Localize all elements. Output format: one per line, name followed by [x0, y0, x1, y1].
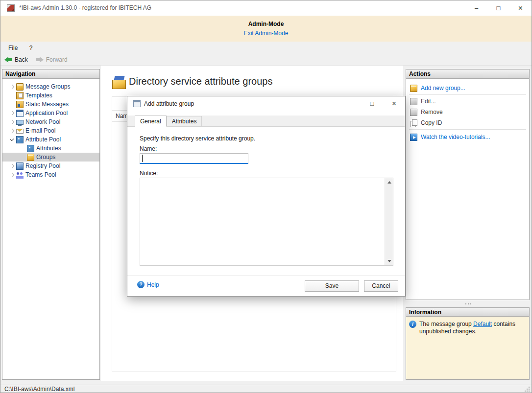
dialog-minimize-icon[interactable]: –	[339, 96, 361, 111]
chevron-spacer	[8, 92, 16, 99]
nav-item-label: Teams Pool	[25, 171, 56, 178]
tab-general[interactable]: General	[135, 116, 167, 127]
scrollbar[interactable]	[385, 178, 393, 265]
nav-item-label: E-mail Pool	[25, 127, 55, 134]
dialog-title-bar: Add attribute group – □ ×	[127, 96, 405, 111]
nav-item-attributes[interactable]: Attributes	[2, 144, 99, 153]
network-pool-icon	[16, 120, 24, 125]
nav-item-label: Attributes	[36, 145, 61, 152]
chevron-down-icon[interactable]	[8, 136, 16, 143]
nav-item-application-pool[interactable]: Application Pool	[2, 109, 99, 117]
scroll-down-icon[interactable]	[385, 257, 393, 265]
dialog-close-icon[interactable]: ×	[383, 96, 405, 111]
nav-item-label: Static Messages	[25, 101, 69, 108]
information-panel-header: Information	[406, 307, 530, 317]
title-bar: *IBI-aws Admin 1.30.0 - registered for I…	[0, 0, 532, 16]
resize-grip-icon[interactable]	[524, 386, 530, 392]
copy-id-action[interactable]: Copy ID	[406, 117, 529, 128]
app-window: *IBI-aws Admin 1.30.0 - registered for I…	[0, 0, 532, 393]
teams-pool-icon	[16, 171, 24, 179]
email-pool-icon	[16, 129, 24, 134]
edit-icon	[410, 98, 417, 105]
nav-item-templates[interactable]: Templates	[2, 91, 99, 100]
attribute-pool-icon	[16, 136, 24, 143]
chevron-right-icon[interactable]	[8, 127, 16, 135]
message-groups-icon	[16, 83, 24, 91]
remove-action[interactable]: Remove	[406, 107, 529, 117]
chevron-right-icon[interactable]	[8, 162, 16, 170]
attributes-icon	[27, 145, 34, 152]
save-button[interactable]: Save	[305, 280, 359, 292]
exit-admin-mode-link[interactable]: Exit Admin-Mode	[0, 30, 532, 37]
nav-item-label: Templates	[25, 92, 52, 99]
dialog-maximize-icon[interactable]: □	[361, 96, 383, 111]
information-panel: The message group Default contains unpub…	[406, 317, 530, 380]
nav-item-label: Registry Pool	[25, 162, 60, 169]
nav-item-label: Network Pool	[25, 118, 60, 125]
dialog-tabs: General Attributes	[127, 116, 405, 127]
actions-separator	[409, 94, 526, 95]
watch-video-tutorials-link[interactable]: Watch the video-tutorials...	[406, 132, 529, 142]
nav-item-message-groups[interactable]: Message Groups	[2, 82, 99, 91]
maximize-icon[interactable]: □	[487, 0, 509, 16]
actions-separator	[409, 129, 526, 130]
groups-icon	[27, 154, 34, 161]
notice-textarea[interactable]	[140, 178, 385, 265]
nav-item-network-pool[interactable]: Network Pool	[2, 117, 99, 126]
menu-help[interactable]: ?	[24, 42, 38, 54]
nav-item-groups[interactable]: Groups	[2, 153, 99, 162]
chevron-spacer	[8, 100, 16, 108]
copy-id-icon	[410, 119, 417, 127]
navigation-header: Navigation	[2, 69, 99, 79]
navigation-tree: Message Groups Templates Static Messages…	[2, 79, 99, 179]
back-arrow-icon	[4, 57, 12, 63]
scroll-up-icon[interactable]	[385, 178, 393, 186]
application-pool-icon	[16, 110, 24, 117]
nav-item-attribute-pool[interactable]: Attribute Pool	[2, 135, 99, 144]
chevron-spacer	[19, 144, 27, 152]
panel-splitter[interactable]	[406, 300, 530, 307]
nav-item-static-messages[interactable]: Static Messages	[2, 100, 99, 109]
chevron-right-icon[interactable]	[8, 83, 16, 91]
minimize-icon[interactable]: –	[465, 0, 487, 16]
video-icon	[410, 134, 417, 141]
nav-item-registry-pool[interactable]: Registry Pool	[2, 162, 99, 170]
default-group-link[interactable]: Default	[473, 321, 492, 327]
menu-file[interactable]: File	[3, 42, 23, 54]
notice-label: Notice:	[140, 170, 158, 177]
add-new-group-link[interactable]: Add new group...	[406, 83, 529, 93]
actions-panel: Actions Add new group... Edit... Remove	[406, 69, 530, 300]
tab-attributes[interactable]: Attributes	[167, 116, 202, 126]
edit-action[interactable]: Edit...	[406, 96, 529, 107]
attribute-groups-icon	[112, 76, 127, 89]
action-label: Edit...	[421, 98, 436, 105]
app-icon	[7, 4, 15, 12]
nav-item-email-pool[interactable]: E-mail Pool	[2, 126, 99, 135]
name-label: Name:	[140, 145, 157, 152]
remove-icon	[410, 109, 417, 116]
chevron-right-icon[interactable]	[8, 171, 16, 179]
help-link[interactable]: Help	[137, 281, 159, 288]
information-header: Information	[406, 307, 530, 317]
back-label: Back	[15, 56, 28, 63]
close-icon[interactable]: ×	[509, 0, 532, 16]
back-button[interactable]: Back	[0, 54, 32, 66]
info-icon	[409, 321, 416, 328]
registry-pool-icon	[16, 162, 24, 170]
nav-item-label: Groups	[36, 154, 55, 161]
action-label: Watch the video-tutorials...	[421, 134, 490, 140]
cancel-button[interactable]: Cancel	[364, 280, 398, 292]
text-caret	[142, 155, 143, 162]
notice-field	[140, 178, 393, 266]
chevron-right-icon[interactable]	[8, 118, 16, 126]
action-label: Copy ID	[421, 119, 442, 126]
info-text-before: The message group	[419, 321, 473, 327]
nav-item-teams-pool[interactable]: Teams Pool	[2, 170, 99, 179]
chevron-right-icon[interactable]	[8, 109, 16, 117]
dialog-window-controls: – □ ×	[339, 96, 405, 111]
forward-button[interactable]: Forward	[32, 54, 72, 66]
name-input[interactable]	[140, 153, 248, 164]
toolbar: Back Forward	[0, 54, 532, 66]
nav-item-label: Message Groups	[25, 83, 70, 90]
forward-label: Forward	[46, 56, 68, 63]
